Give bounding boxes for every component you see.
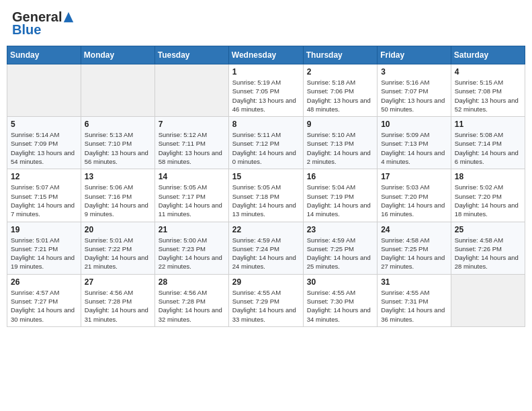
calendar-cell: 18Sunrise: 5:02 AMSunset: 7:20 PMDayligh… (451, 169, 525, 222)
day-info: Sunrise: 5:03 AMSunset: 7:20 PMDaylight:… (381, 183, 447, 218)
calendar-cell: 6Sunrise: 5:13 AMSunset: 7:10 PMDaylight… (81, 117, 154, 169)
logo-blue: Blue (12, 22, 41, 38)
day-number: 9 (307, 120, 373, 129)
day-number: 3 (381, 67, 447, 77)
calendar-cell: 8Sunrise: 5:11 AMSunset: 7:12 PMDaylight… (228, 117, 303, 169)
day-number: 18 (455, 172, 521, 181)
calendar-cell (7, 64, 81, 117)
day-info: Sunrise: 5:04 AMSunset: 7:19 PMDaylight:… (307, 183, 373, 218)
day-number: 19 (11, 225, 77, 234)
day-info: Sunrise: 5:01 AMSunset: 7:22 PMDaylight:… (85, 236, 151, 271)
day-number: 4 (455, 67, 521, 77)
day-number: 13 (85, 172, 151, 181)
day-number: 30 (307, 277, 373, 287)
calendar-cell: 25Sunrise: 4:58 AMSunset: 7:26 PMDayligh… (451, 222, 525, 274)
day-info: Sunrise: 5:11 AMSunset: 7:12 PMDaylight:… (232, 130, 300, 166)
calendar-cell: 22Sunrise: 4:59 AMSunset: 7:24 PMDayligh… (228, 222, 303, 274)
calendar-cell: 3Sunrise: 5:16 AMSunset: 7:07 PMDaylight… (378, 64, 451, 117)
day-number: 16 (307, 172, 373, 181)
day-info: Sunrise: 5:01 AMSunset: 7:21 PMDaylight:… (11, 236, 77, 271)
day-number: 10 (381, 120, 447, 129)
calendar-cell (81, 64, 154, 117)
day-info: Sunrise: 4:56 AMSunset: 7:28 PMDaylight:… (85, 288, 151, 324)
page-header: General Blue (7, 7, 525, 40)
calendar-cell: 23Sunrise: 4:59 AMSunset: 7:25 PMDayligh… (303, 222, 377, 274)
day-number: 7 (159, 120, 225, 129)
day-number: 22 (232, 225, 300, 234)
day-number: 25 (455, 225, 521, 234)
day-info: Sunrise: 4:56 AMSunset: 7:28 PMDaylight:… (159, 288, 225, 324)
day-number: 23 (307, 225, 373, 234)
day-number: 24 (381, 225, 447, 234)
calendar-cell (154, 64, 228, 117)
calendar-cell: 28Sunrise: 4:56 AMSunset: 7:28 PMDayligh… (154, 274, 228, 326)
day-number: 27 (85, 277, 151, 287)
logo: General Blue (12, 9, 75, 38)
day-number: 17 (381, 172, 447, 181)
day-info: Sunrise: 4:58 AMSunset: 7:25 PMDaylight:… (381, 236, 447, 271)
calendar-table: SundayMondayTuesdayWednesdayThursdayFrid… (7, 46, 525, 327)
day-number: 1 (232, 67, 300, 77)
calendar-cell: 26Sunrise: 4:57 AMSunset: 7:27 PMDayligh… (7, 274, 81, 326)
day-info: Sunrise: 4:57 AMSunset: 7:27 PMDaylight:… (11, 288, 77, 324)
day-number: 2 (307, 67, 373, 77)
calendar-cell: 16Sunrise: 5:04 AMSunset: 7:19 PMDayligh… (303, 169, 377, 222)
calendar-cell (451, 274, 525, 326)
day-info: Sunrise: 5:06 AMSunset: 7:16 PMDaylight:… (85, 183, 151, 218)
weekday-header-saturday: Saturday (451, 46, 525, 64)
calendar-cell: 19Sunrise: 5:01 AMSunset: 7:21 PMDayligh… (7, 222, 81, 274)
day-info: Sunrise: 4:59 AMSunset: 7:24 PMDaylight:… (232, 236, 300, 271)
day-number: 5 (11, 120, 77, 129)
day-number: 15 (232, 172, 300, 181)
day-info: Sunrise: 5:14 AMSunset: 7:09 PMDaylight:… (11, 130, 77, 166)
calendar-week-row: 5Sunrise: 5:14 AMSunset: 7:09 PMDaylight… (7, 117, 525, 169)
calendar-cell: 10Sunrise: 5:09 AMSunset: 7:13 PMDayligh… (378, 117, 451, 169)
day-info: Sunrise: 5:18 AMSunset: 7:06 PMDaylight:… (307, 78, 373, 113)
day-number: 29 (232, 277, 300, 287)
calendar-week-row: 12Sunrise: 5:07 AMSunset: 7:15 PMDayligh… (7, 169, 525, 222)
calendar-cell: 4Sunrise: 5:15 AMSunset: 7:08 PMDaylight… (451, 64, 525, 117)
day-info: Sunrise: 5:05 AMSunset: 7:18 PMDaylight:… (232, 183, 300, 218)
calendar-cell: 12Sunrise: 5:07 AMSunset: 7:15 PMDayligh… (7, 169, 81, 222)
day-info: Sunrise: 5:09 AMSunset: 7:13 PMDaylight:… (381, 130, 447, 166)
calendar-cell: 30Sunrise: 4:55 AMSunset: 7:30 PMDayligh… (303, 274, 377, 326)
day-number: 11 (455, 120, 521, 129)
day-info: Sunrise: 4:58 AMSunset: 7:26 PMDaylight:… (455, 236, 521, 271)
calendar-cell: 2Sunrise: 5:18 AMSunset: 7:06 PMDaylight… (303, 64, 377, 117)
day-info: Sunrise: 4:59 AMSunset: 7:25 PMDaylight:… (307, 236, 373, 271)
day-info: Sunrise: 4:55 AMSunset: 7:30 PMDaylight:… (307, 288, 373, 324)
day-info: Sunrise: 5:19 AMSunset: 7:05 PMDaylight:… (232, 78, 300, 113)
day-info: Sunrise: 5:02 AMSunset: 7:20 PMDaylight:… (455, 183, 521, 218)
calendar-week-row: 26Sunrise: 4:57 AMSunset: 7:27 PMDayligh… (7, 274, 525, 326)
calendar-cell: 29Sunrise: 4:55 AMSunset: 7:29 PMDayligh… (228, 274, 303, 326)
day-info: Sunrise: 5:07 AMSunset: 7:15 PMDaylight:… (11, 183, 77, 218)
weekday-header-wednesday: Wednesday (228, 46, 303, 64)
calendar-cell: 1Sunrise: 5:19 AMSunset: 7:05 PMDaylight… (228, 64, 303, 117)
day-info: Sunrise: 5:10 AMSunset: 7:13 PMDaylight:… (307, 130, 373, 166)
weekday-header-thursday: Thursday (303, 46, 377, 64)
day-info: Sunrise: 5:00 AMSunset: 7:23 PMDaylight:… (159, 236, 225, 271)
calendar-cell: 11Sunrise: 5:08 AMSunset: 7:14 PMDayligh… (451, 117, 525, 169)
day-number: 31 (381, 277, 447, 287)
day-info: Sunrise: 5:05 AMSunset: 7:17 PMDaylight:… (159, 183, 225, 218)
day-info: Sunrise: 5:08 AMSunset: 7:14 PMDaylight:… (455, 130, 521, 166)
day-number: 28 (159, 277, 225, 287)
calendar-week-row: 19Sunrise: 5:01 AMSunset: 7:21 PMDayligh… (7, 222, 525, 274)
calendar-cell: 27Sunrise: 4:56 AMSunset: 7:28 PMDayligh… (81, 274, 154, 326)
logo-icon (62, 11, 75, 24)
day-number: 20 (85, 225, 151, 234)
calendar-cell: 7Sunrise: 5:12 AMSunset: 7:11 PMDaylight… (154, 117, 228, 169)
day-number: 21 (159, 225, 225, 234)
calendar-cell: 20Sunrise: 5:01 AMSunset: 7:22 PMDayligh… (81, 222, 154, 274)
svg-marker-0 (64, 11, 73, 21)
day-number: 12 (11, 172, 77, 181)
calendar-cell: 13Sunrise: 5:06 AMSunset: 7:16 PMDayligh… (81, 169, 154, 222)
calendar-cell: 9Sunrise: 5:10 AMSunset: 7:13 PMDaylight… (303, 117, 377, 169)
day-number: 6 (85, 120, 151, 129)
calendar-cell: 24Sunrise: 4:58 AMSunset: 7:25 PMDayligh… (378, 222, 451, 274)
day-info: Sunrise: 4:55 AMSunset: 7:31 PMDaylight:… (381, 288, 447, 324)
day-info: Sunrise: 5:12 AMSunset: 7:11 PMDaylight:… (159, 130, 225, 166)
day-info: Sunrise: 5:13 AMSunset: 7:10 PMDaylight:… (85, 130, 151, 166)
day-info: Sunrise: 5:15 AMSunset: 7:08 PMDaylight:… (455, 78, 521, 113)
day-info: Sunrise: 5:16 AMSunset: 7:07 PMDaylight:… (381, 78, 447, 113)
